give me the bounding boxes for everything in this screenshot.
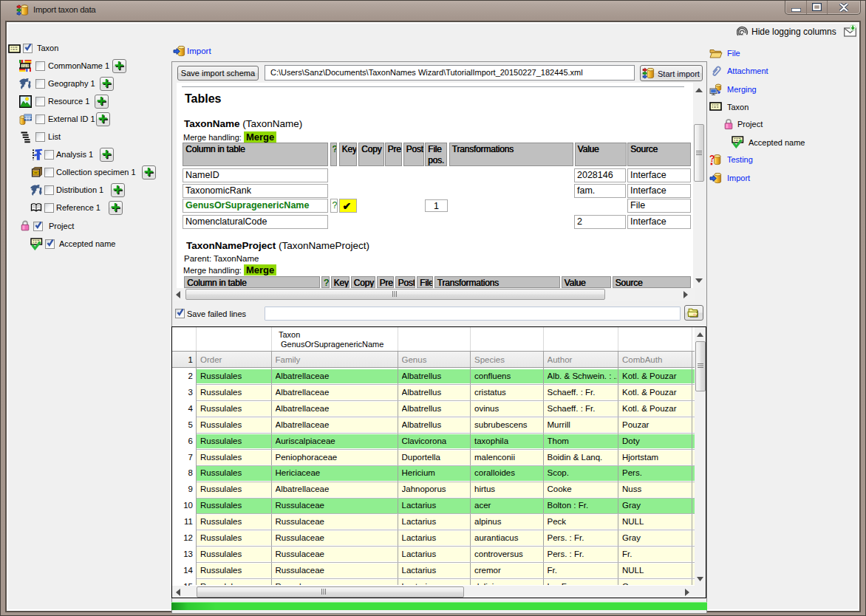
svg-text:?: ? — [709, 154, 715, 164]
